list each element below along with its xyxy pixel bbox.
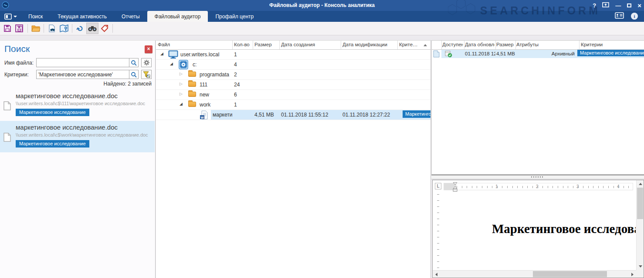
note-icon — [433, 50, 440, 58]
search-settings-button[interactable] — [141, 58, 152, 67]
find-button[interactable] — [86, 23, 98, 34]
document-search-button[interactable] — [46, 23, 58, 34]
minimize-button[interactable]: — — [615, 0, 621, 11]
column-file[interactable]: Файл — [158, 42, 170, 47]
tab-profile-center[interactable]: Профайл центр — [208, 11, 261, 22]
filter-icon — [143, 71, 150, 78]
close-panel-button[interactable]: × — [145, 45, 153, 53]
computer-icon — [168, 50, 178, 60]
filename-search-button[interactable] — [129, 58, 139, 67]
help-button[interactable]: ? — [593, 0, 596, 11]
save-button[interactable] — [1, 23, 14, 34]
tab-stop-selector[interactable]: L — [435, 183, 441, 189]
result-file-path: \\user.writers.local\c$\work\маркетингов… — [16, 132, 155, 137]
sort-ascending-icon[interactable] — [424, 44, 427, 46]
toolbar-separator — [27, 24, 28, 33]
column-criteria[interactable]: Критерии — [581, 42, 603, 47]
column-attributes[interactable]: Атрибуты — [516, 42, 539, 47]
layout-menu-icon — [4, 14, 12, 20]
tree-row-folder[interactable]: programdata 2 — [156, 70, 430, 80]
app-menu-button[interactable] — [0, 11, 21, 22]
scroll-down-button[interactable] — [637, 263, 644, 270]
filename-label: Имя файла: — [4, 60, 34, 66]
search-results-list: маркетинговое исследование.doc \\user.wr… — [0, 89, 155, 152]
toolbar-separator — [72, 24, 72, 33]
indent-marker[interactable] — [453, 182, 458, 193]
file-tree-header: Файл Кол-во Размер Дата создания Дата мо… — [156, 41, 430, 50]
horizontal-scrollbar[interactable] — [433, 270, 636, 278]
column-updated[interactable]: Дата обновления — [465, 42, 495, 47]
tree-row-disk-c[interactable]: c: 4 — [156, 60, 430, 70]
column-criteria[interactable]: Критерии — [399, 42, 420, 47]
search-result-item-selected[interactable]: маркетинговое исследование.doc \\user.wr… — [0, 121, 155, 152]
tab-current-activity[interactable]: Текущая активность — [50, 11, 114, 22]
expander-collapsed-icon[interactable] — [180, 72, 183, 76]
column-available[interactable]: Доступен — [442, 42, 463, 47]
filename-input[interactable] — [36, 58, 129, 67]
criteria-filter-button[interactable] — [141, 70, 152, 79]
document-text: Маркетинговое исследование — [492, 222, 636, 236]
main-tabbar: Поиск Текущая активность Отчеты Файловый… — [0, 11, 644, 22]
dock-window-icon[interactable] — [602, 0, 609, 11]
criteria-tag: Маркетинговое исследование — [16, 109, 89, 116]
tree-row-folder[interactable]: work 1 — [156, 100, 430, 110]
close-button[interactable]: × — [637, 0, 641, 11]
search-icon — [131, 72, 137, 78]
splitter-grip — [531, 176, 544, 178]
scroll-up-button[interactable] — [637, 180, 644, 188]
column-count[interactable]: Кол-во — [234, 42, 250, 47]
column-size[interactable]: Размер — [254, 42, 272, 47]
tree-row-folder[interactable]: 111 24 — [156, 80, 430, 90]
tag-button[interactable] — [98, 23, 111, 34]
folder-icon — [188, 92, 196, 97]
titlebar: Файловый аудитор - Консоль аналитика SEA… — [0, 0, 644, 11]
hexagon-pattern-decoration — [448, 0, 500, 17]
criteria-label: Критерии: — [4, 72, 29, 78]
criteria-input[interactable] — [36, 70, 129, 79]
folder-icon — [188, 102, 196, 107]
column-modified[interactable]: Дата модификации — [342, 42, 387, 47]
toolbar-separator — [44, 24, 44, 33]
expander-collapsed-icon[interactable] — [180, 82, 183, 86]
maximize-button[interactable] — [627, 3, 631, 7]
expander-expanded-icon[interactable] — [160, 51, 163, 56]
refresh-icon: ↻ — [75, 23, 86, 34]
scroll-left-button[interactable] — [433, 271, 440, 278]
document-icon — [3, 133, 11, 143]
search-panel: Поиск × Имя файла: Критерии: Найдено: 2 … — [0, 40, 156, 278]
attributes-value: Архивный — [516, 51, 575, 56]
gear-icon — [143, 59, 150, 66]
details-row-selected[interactable]: 01.11.2018 12:27:22 4,51 MB Архивный Мар… — [432, 50, 644, 58]
tree-row-folder[interactable]: new 6 — [156, 90, 430, 100]
open-folder-button[interactable] — [30, 23, 42, 34]
search-panel-title: Поиск — [4, 44, 30, 54]
scroll-right-button[interactable] — [629, 271, 636, 278]
tree-row-file-selected[interactable]: W маркетинговое исследование.doc 4,51 MB… — [156, 110, 430, 120]
search-result-item[interactable]: маркетинговое исследование.doc \\user.wr… — [0, 89, 155, 121]
found-count-text: Найдено: 2 записей — [104, 81, 152, 87]
tab-poisk[interactable]: Поиск — [21, 11, 50, 22]
file-tree-panel: Файл Кол-во Размер Дата создания Дата мо… — [156, 40, 431, 278]
expander-expanded-icon[interactable] — [170, 62, 173, 66]
criteria-tag: Маркетинговое исследование — [16, 140, 89, 148]
horizontal-splitter[interactable] — [431, 175, 644, 179]
expander-collapsed-icon[interactable] — [180, 92, 183, 96]
save-all-button[interactable] — [14, 23, 26, 34]
info-icon[interactable]: i — [631, 13, 638, 20]
criteria-search-button[interactable] — [129, 70, 139, 79]
id-card-icon[interactable] — [615, 12, 624, 20]
tabbar-right-icons: i — [615, 12, 638, 20]
refresh-button[interactable]: ↻ — [74, 23, 86, 34]
column-created[interactable]: Дата создания — [281, 42, 315, 47]
horizontal-scroll-thumb[interactable] — [533, 271, 607, 277]
tree-row-computer[interactable]: user.writers.local 1 — [156, 50, 430, 60]
tab-file-auditor[interactable]: Файловый аудитор — [147, 11, 208, 22]
vertical-scrollbar[interactable] — [636, 180, 644, 270]
expander-expanded-icon[interactable] — [180, 102, 183, 106]
folder-icon — [188, 82, 196, 87]
vertical-scroll-thumb[interactable] — [637, 188, 643, 219]
vertical-ruler — [435, 194, 441, 268]
tab-reports[interactable]: Отчеты — [114, 11, 147, 22]
map-search-button[interactable] — [58, 23, 70, 34]
column-size[interactable]: Размер — [496, 42, 514, 47]
